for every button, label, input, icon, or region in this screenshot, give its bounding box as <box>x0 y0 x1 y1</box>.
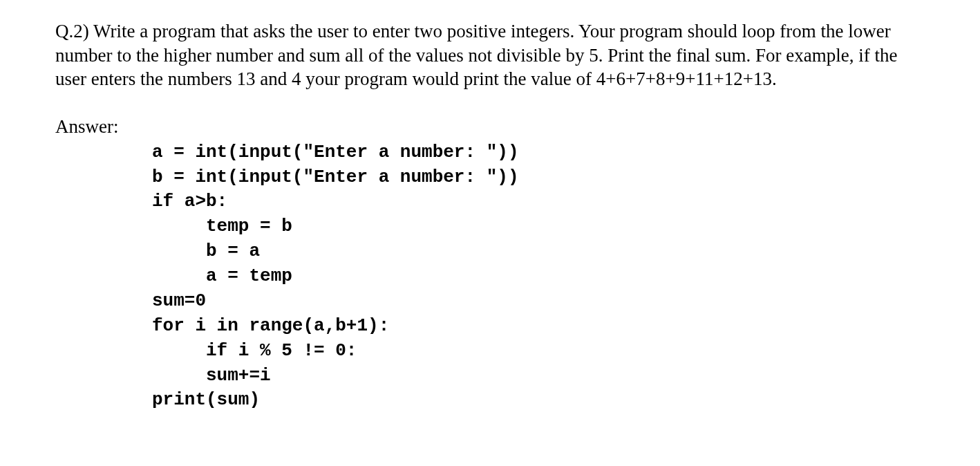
answer-label: Answer: <box>55 116 925 138</box>
question-text: Q.2) Write a program that asks the user … <box>55 19 925 91</box>
answer-code-block: a = int(input("Enter a number: ")) b = i… <box>152 140 925 413</box>
